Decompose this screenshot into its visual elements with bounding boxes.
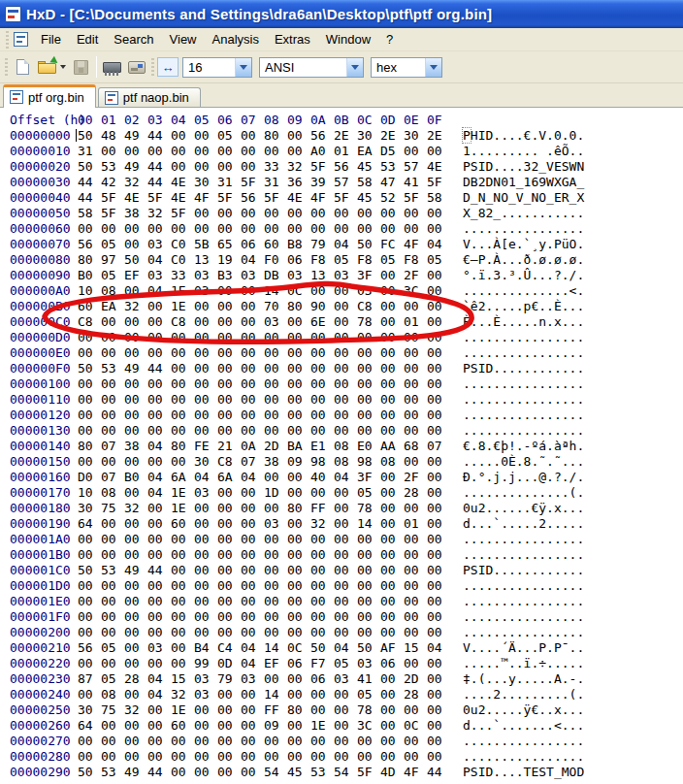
hex-byte[interactable]: 00 — [380, 330, 404, 345]
hex-byte[interactable]: 32 — [310, 516, 334, 532]
hex-byte[interactable]: 00 — [404, 547, 427, 563]
hex-byte[interactable]: 64 — [78, 718, 101, 734]
hex-byte[interactable]: 00 — [217, 144, 241, 159]
hex-byte[interactable]: 00 — [78, 532, 101, 547]
ascii-text[interactable]: .....™..ï.÷..... — [463, 656, 584, 671]
hex-byte[interactable]: 00 — [380, 594, 404, 609]
hex-byte[interactable]: 00 — [380, 361, 404, 376]
hex-byte[interactable]: 03 — [334, 268, 357, 283]
hex-byte[interactable]: 00 — [194, 423, 217, 439]
hex-byte[interactable]: 33 — [264, 159, 287, 175]
hex-byte[interactable]: 49 — [124, 361, 147, 376]
hex-byte[interactable]: 5F — [241, 175, 264, 190]
hex-byte[interactable]: 4E — [287, 190, 310, 206]
hex-byte[interactable]: 00 — [404, 656, 427, 671]
hex-byte[interactable]: 00 — [357, 594, 380, 609]
hex-byte[interactable]: 05 — [101, 268, 124, 283]
hex-byte[interactable]: 00 — [287, 687, 310, 702]
hex-byte[interactable]: 01 — [404, 314, 427, 330]
hex-byte[interactable]: 00 — [334, 749, 357, 765]
hex-byte[interactable]: 08 — [334, 454, 357, 470]
hex-byte[interactable]: EA — [357, 144, 380, 159]
hex-byte[interactable]: 00 — [264, 361, 287, 376]
hex-byte[interactable]: 50 — [78, 563, 101, 578]
hex-byte[interactable]: 00 — [334, 345, 357, 361]
hex-byte[interactable]: 00 — [217, 221, 241, 237]
hex-byte[interactable]: 00 — [357, 221, 380, 237]
hex-byte[interactable]: 00 — [124, 485, 147, 501]
hex-byte[interactable]: 07 — [427, 439, 450, 454]
hex-byte[interactable]: 57 — [404, 159, 427, 175]
hex-byte[interactable]: 00 — [427, 392, 450, 408]
hex-byte[interactable]: 00 — [217, 609, 241, 625]
hex-byte[interactable]: C8 — [357, 299, 380, 314]
hex-byte[interactable]: 00 — [78, 687, 101, 702]
hex-byte[interactable]: 00 — [427, 656, 450, 671]
hex-byte[interactable]: 00 — [287, 470, 310, 485]
hex-byte[interactable]: 00 — [427, 671, 450, 687]
ascii-text[interactable]: D_N_NO_V_NO_ER_X — [463, 190, 584, 206]
hex-byte[interactable]: 4D — [380, 765, 404, 780]
hex-byte[interactable]: 00 — [124, 578, 147, 594]
ascii-text[interactable]: ................ — [463, 749, 584, 765]
hex-byte[interactable]: 79 — [217, 671, 241, 687]
hex-byte[interactable]: 00 — [241, 144, 264, 159]
hex-byte[interactable]: 00 — [427, 361, 450, 376]
hex-byte[interactable]: 00 — [171, 765, 194, 780]
hex-byte[interactable]: 00 — [264, 594, 287, 609]
open-dropdown-caret[interactable] — [60, 65, 66, 69]
hex-byte[interactable]: 00 — [380, 376, 404, 392]
hex-byte[interactable]: 4E — [171, 190, 194, 206]
hex-byte[interactable]: 14 — [357, 516, 380, 532]
hex-byte[interactable]: 00 — [264, 423, 287, 439]
hex-byte[interactable]: 00 — [241, 221, 264, 237]
hex-byte[interactable]: 00 — [334, 299, 357, 314]
hex-byte[interactable]: EA — [101, 299, 124, 314]
hex-byte[interactable]: 33 — [171, 268, 194, 283]
hex-byte[interactable]: 00 — [217, 283, 241, 299]
hex-byte[interactable]: 00 — [171, 330, 194, 345]
hex-byte[interactable]: 00 — [171, 563, 194, 578]
hex-byte[interactable]: 00 — [78, 345, 101, 361]
hex-byte[interactable]: 53 — [101, 765, 124, 780]
hex-byte[interactable]: 00 — [380, 516, 404, 532]
hex-byte[interactable]: 4E — [427, 159, 450, 175]
hex-byte[interactable]: 00 — [404, 734, 427, 749]
hex-byte[interactable]: 00 — [380, 408, 404, 423]
hex-byte[interactable]: 13 — [194, 252, 217, 268]
hex-byte[interactable]: 00 — [404, 625, 427, 640]
hex-byte[interactable]: 00 — [194, 408, 217, 423]
hex-byte[interactable]: 00 — [147, 547, 171, 563]
hex-byte[interactable]: 00 — [334, 314, 357, 330]
hex-byte[interactable]: 00 — [241, 408, 264, 423]
hex-byte[interactable]: 00 — [217, 485, 241, 501]
hex-byte[interactable]: 80 — [78, 439, 101, 454]
hex-byte[interactable]: 07 — [101, 470, 124, 485]
hex-byte[interactable]: 30 — [194, 175, 217, 190]
hex-byte[interactable]: 80 — [78, 252, 101, 268]
hex-byte[interactable]: 80 — [171, 439, 194, 454]
hex-byte[interactable]: 00 — [334, 423, 357, 439]
hex-byte[interactable]: 36 — [287, 175, 310, 190]
hex-byte[interactable]: 00 — [101, 408, 124, 423]
hex-byte[interactable]: 3F — [357, 470, 380, 485]
hex-byte[interactable]: 03 — [194, 268, 217, 283]
hex-byte[interactable]: B3 — [217, 268, 241, 283]
ascii-text[interactable]: d...`.......<... — [463, 718, 584, 734]
hex-byte[interactable]: 00 — [357, 361, 380, 376]
hex-byte[interactable]: 0A — [241, 439, 264, 454]
hex-byte[interactable]: 00 — [427, 718, 450, 734]
hex-byte[interactable]: 00 — [217, 734, 241, 749]
hex-byte[interactable]: 00 — [241, 578, 264, 594]
hex-byte[interactable]: 68 — [404, 439, 427, 454]
hex-byte[interactable]: 05 — [357, 485, 380, 501]
hex-byte[interactable]: 00 — [404, 749, 427, 765]
hex-byte[interactable]: 60 — [171, 516, 194, 532]
hex-byte[interactable]: 32 — [147, 206, 171, 221]
hex-byte[interactable]: 00 — [287, 206, 310, 221]
hex-byte[interactable]: 01 — [334, 144, 357, 159]
hex-byte[interactable]: 52 — [380, 190, 404, 206]
hex-byte[interactable]: 38 — [124, 206, 147, 221]
hex-byte[interactable]: 32 — [124, 501, 147, 516]
hex-byte[interactable]: 03 — [147, 640, 171, 656]
